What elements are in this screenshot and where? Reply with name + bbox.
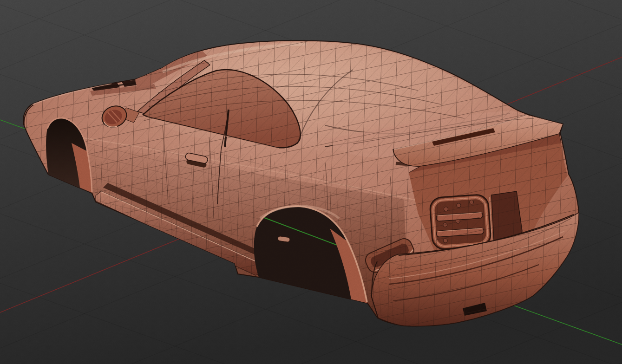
- viewport-grain-overlay: [0, 0, 622, 364]
- viewport-3d[interactable]: [0, 0, 622, 364]
- scene-svg: [0, 0, 622, 364]
